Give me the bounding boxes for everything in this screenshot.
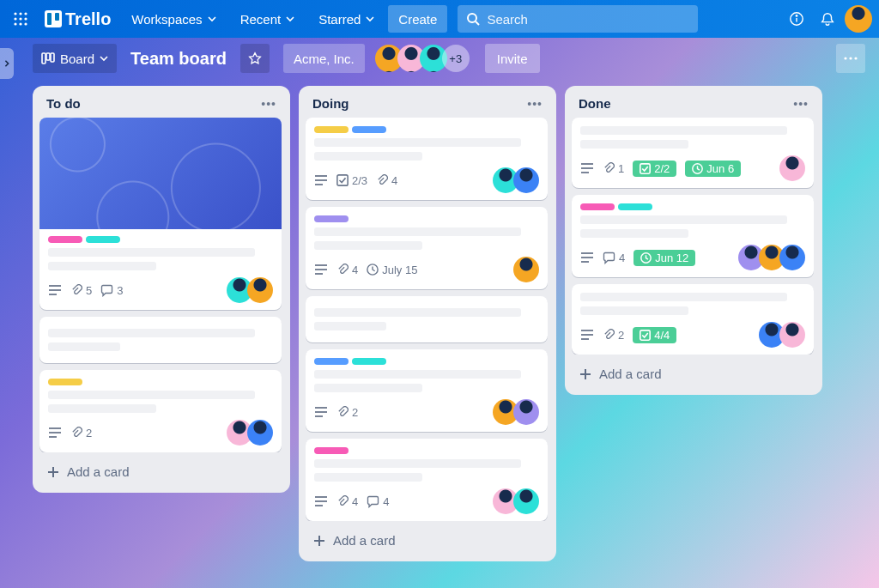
description-icon <box>314 174 328 186</box>
attachments-badge: 5 <box>70 284 92 297</box>
card[interactable]: 12/2Jun 6 <box>572 118 814 188</box>
card-title-placeholder <box>314 227 521 236</box>
card-badges: 24/4 <box>580 327 750 343</box>
card[interactable]: 44 <box>306 439 548 521</box>
label-cyan[interactable] <box>618 203 652 210</box>
add-card-button[interactable]: Add a card <box>306 526 549 555</box>
info-icon[interactable] <box>783 5 810 33</box>
attachments-badge: 4 <box>336 495 358 508</box>
starred-menu[interactable]: Starred <box>308 5 385 33</box>
sidebar-toggle[interactable] <box>0 48 14 79</box>
svg-point-7 <box>19 22 21 25</box>
invite-label: Invite <box>497 52 528 66</box>
label-cyan[interactable] <box>86 236 120 243</box>
workspace-name[interactable]: Acme, Inc. <box>283 44 365 73</box>
svg-rect-46 <box>640 163 650 173</box>
recent-menu[interactable]: Recent <box>230 5 306 33</box>
card[interactable]: 4July 15 <box>306 207 548 289</box>
card[interactable]: 2 <box>306 349 548 432</box>
svg-point-17 <box>849 57 852 59</box>
card-member-avatar[interactable] <box>779 155 805 181</box>
attachments-badge: 2 <box>70 427 92 439</box>
card[interactable] <box>39 317 282 363</box>
checklist-done-badge: 2/2 <box>633 161 676 177</box>
list-menu-icon[interactable]: ••• <box>527 97 543 111</box>
label-cyan[interactable] <box>352 358 386 365</box>
card-title-placeholder <box>580 293 787 301</box>
list-menu-icon[interactable]: ••• <box>793 97 809 111</box>
list-menu-icon[interactable]: ••• <box>261 97 276 111</box>
card-member-avatar[interactable] <box>513 488 539 514</box>
description-icon <box>314 264 328 276</box>
recent-label: Recent <box>240 12 282 27</box>
global-header: Trello Workspaces Recent Starred Create <box>0 0 879 38</box>
card[interactable]: 53 <box>39 118 282 310</box>
label-yellow[interactable] <box>314 126 349 133</box>
svg-rect-14 <box>46 53 50 60</box>
trello-logo[interactable]: Trello <box>38 9 118 29</box>
board-view-switcher[interactable]: Board <box>33 44 117 73</box>
workspaces-menu[interactable]: Workspaces <box>121 5 226 33</box>
list: To do•••532Add a card <box>33 86 290 493</box>
card-member-avatar[interactable] <box>513 167 539 193</box>
card-cover <box>39 118 282 229</box>
card-member-avatar[interactable] <box>513 257 539 282</box>
add-card-label: Add a card <box>333 533 396 548</box>
profile-avatar[interactable] <box>845 5 872 33</box>
svg-point-16 <box>844 57 846 59</box>
label-pink[interactable] <box>580 203 615 210</box>
card[interactable]: 24/4 <box>572 284 814 355</box>
svg-point-6 <box>14 22 16 25</box>
board-members[interactable]: +3 <box>375 45 470 72</box>
card-members <box>227 420 273 446</box>
svg-point-1 <box>19 12 21 15</box>
search-input[interactable] <box>487 12 689 27</box>
list-title[interactable]: Done <box>579 96 611 111</box>
card[interactable]: 2/34 <box>306 118 548 200</box>
create-button[interactable]: Create <box>388 5 447 33</box>
cards-container: 12/2Jun 64Jun 1224/4 <box>572 118 815 355</box>
label-blue[interactable] <box>314 358 349 365</box>
board-menu-button[interactable] <box>836 44 865 73</box>
card-labels <box>48 379 273 385</box>
card-member-avatar[interactable] <box>779 322 805 348</box>
search-box[interactable] <box>458 5 698 33</box>
card-member-avatar[interactable] <box>779 245 805 270</box>
card-title-placeholder <box>314 152 422 161</box>
add-card-label: Add a card <box>67 464 130 479</box>
notifications-icon[interactable] <box>814 5 841 33</box>
label-yellow[interactable] <box>48 379 82 385</box>
card-title-placeholder <box>314 241 422 250</box>
card-member-avatar[interactable] <box>247 420 273 446</box>
add-card-button[interactable]: Add a card <box>39 458 283 486</box>
card-labels <box>314 126 539 133</box>
star-board-button[interactable] <box>240 44 270 73</box>
invite-button[interactable]: Invite <box>485 44 540 73</box>
card-title-placeholder <box>314 384 422 392</box>
label-pink[interactable] <box>48 236 82 243</box>
due-done-badge: Jun 12 <box>633 250 695 266</box>
card[interactable]: 4Jun 12 <box>572 195 814 277</box>
trello-logo-icon <box>45 10 62 27</box>
cards-container: 2/344July 15244 <box>306 118 549 521</box>
due-badge: July 15 <box>367 264 417 276</box>
apps-switcher-icon[interactable] <box>7 5 34 33</box>
add-card-button[interactable]: Add a card <box>572 360 815 388</box>
board-title[interactable]: Team board <box>124 49 233 69</box>
card[interactable] <box>306 296 548 342</box>
card-badges: 4July 15 <box>314 264 505 276</box>
card-labels <box>48 236 273 243</box>
card-labels <box>314 358 539 365</box>
card-title-placeholder <box>48 262 156 270</box>
card-member-avatar[interactable] <box>513 399 539 425</box>
card-badges: 2/34 <box>314 174 484 187</box>
more-members[interactable]: +3 <box>442 45 470 72</box>
label-purple[interactable] <box>314 215 349 222</box>
card[interactable]: 2 <box>39 370 282 452</box>
list-title[interactable]: To do <box>46 96 81 111</box>
label-blue[interactable] <box>352 126 386 133</box>
label-pink[interactable] <box>314 447 349 454</box>
list-title[interactable]: Doing <box>312 96 349 111</box>
attachments-badge: 1 <box>603 162 624 175</box>
card-member-avatar[interactable] <box>247 277 273 303</box>
